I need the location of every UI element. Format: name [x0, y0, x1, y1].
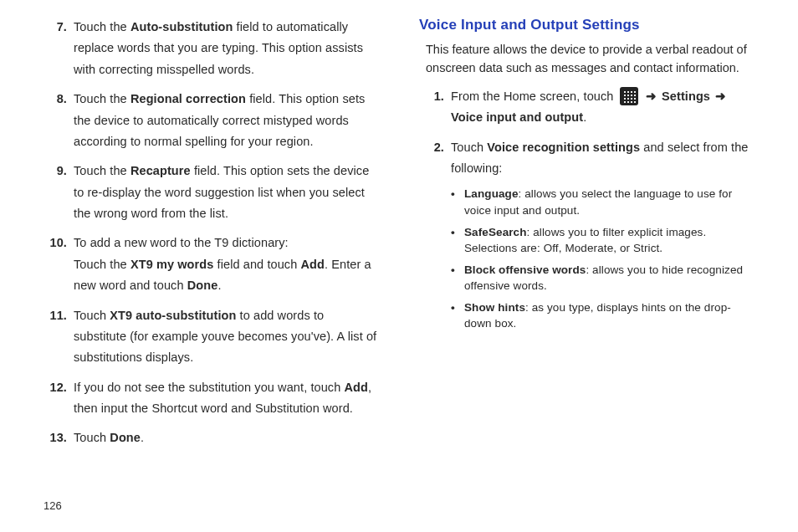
bold-text: Done: [187, 279, 218, 292]
arrow-right-icon: ➜: [644, 90, 658, 103]
bullet-dot: •: [451, 299, 464, 332]
bold-text: Language: [464, 187, 519, 200]
list-body: Touch Done.: [74, 427, 379, 448]
list-item: 8.Touch the Regional correction field. T…: [42, 89, 379, 152]
bold-text: XT9 my words: [130, 258, 214, 271]
list-body: Touch the Auto-substitution field to aut…: [74, 17, 379, 80]
bold-text: Voice recognition settings: [487, 141, 640, 154]
list-number: 12.: [42, 377, 74, 420]
bold-text: Done: [110, 431, 141, 444]
section-heading: Voice Input and Output Settings: [419, 17, 756, 33]
bullet-dot: •: [451, 186, 464, 218]
list-body: Touch the Regional correction field. Thi…: [74, 89, 379, 152]
apps-grid-icon: [620, 87, 638, 105]
right-column: Voice Input and Output Settings This fea…: [419, 17, 756, 532]
bullet-body: Block offensive words: allows you to hid…: [464, 262, 756, 294]
list-body: Touch XT9 auto-substitution to add words…: [74, 305, 379, 369]
arrow-right-icon: ➜: [714, 90, 728, 103]
bold-text: Auto-substitution: [130, 20, 233, 33]
list-number: 7.: [42, 17, 74, 80]
page-number: 126: [43, 499, 62, 512]
list-item: 2.Touch Voice recognition settings and s…: [419, 137, 756, 337]
bold-text: Add: [301, 258, 325, 271]
bold-text: Show hints: [464, 301, 525, 314]
bullet-body: SafeSearch: allows you to filter explici…: [464, 224, 756, 257]
list-number: 9.: [42, 161, 74, 224]
bold-text: XT9 auto-substitution: [110, 309, 236, 322]
list-item: 9.Touch the Recapture field. This option…: [42, 161, 379, 224]
list-item: 11.Touch XT9 auto-substitution to add wo…: [42, 305, 379, 369]
list-item: 13.Touch Done.: [42, 427, 379, 448]
bullet-dot: •: [451, 262, 464, 294]
numbered-list-right: 1.From the Home screen, touch ➜ Settings…: [419, 86, 756, 337]
list-item: 12.If you do not see the substitution yo…: [42, 377, 379, 420]
list-body: Touch Voice recognition settings and sel…: [451, 137, 756, 337]
section-intro: This feature allows the device to provid…: [426, 40, 756, 78]
list-body: If you do not see the substitution you w…: [74, 377, 379, 420]
bold-text: Add: [345, 381, 369, 394]
bullet-body: Show hints: as you type, displays hints …: [464, 299, 756, 332]
list-number: 10.: [42, 233, 74, 296]
list-body: From the Home screen, touch ➜ Settings ➜…: [451, 86, 756, 129]
list-body: To add a new word to the T9 dictionary:T…: [74, 233, 379, 296]
bullet-body: Language: allows you select the language…: [464, 186, 756, 218]
bullet-item: •Block offensive words: allows you to hi…: [451, 262, 756, 294]
bullet-item: •SafeSearch: allows you to filter explic…: [451, 224, 756, 257]
bold-text: Recapture: [130, 164, 191, 177]
bold-text: Voice input and output: [451, 110, 583, 124]
list-body: Touch the Recapture field. This option s…: [74, 161, 379, 224]
bullet-list: •Language: allows you select the languag…: [451, 186, 756, 332]
list-number: 13.: [42, 427, 74, 448]
list-number: 1.: [419, 86, 451, 129]
numbered-list-left: 7.Touch the Auto-substitution field to a…: [42, 17, 379, 449]
manual-page: 7.Touch the Auto-substitution field to a…: [0, 0, 798, 532]
bold-text: Block offensive words: [464, 263, 586, 276]
left-column: 7.Touch the Auto-substitution field to a…: [42, 17, 379, 532]
bullet-item: •Show hints: as you type, displays hints…: [451, 299, 756, 332]
bullet-dot: •: [451, 224, 464, 257]
list-item: 1.From the Home screen, touch ➜ Settings…: [419, 86, 756, 129]
list-item: 7.Touch the Auto-substitution field to a…: [42, 17, 379, 80]
bold-text: Settings: [662, 90, 710, 103]
bold-text: Regional correction: [130, 92, 246, 105]
list-number: 11.: [42, 305, 74, 369]
list-item: 10.To add a new word to the T9 dictionar…: [42, 233, 379, 296]
bullet-item: •Language: allows you select the languag…: [451, 186, 756, 218]
list-number: 2.: [419, 137, 451, 337]
bold-text: SafeSearch: [464, 226, 527, 238]
list-number: 8.: [42, 89, 74, 152]
